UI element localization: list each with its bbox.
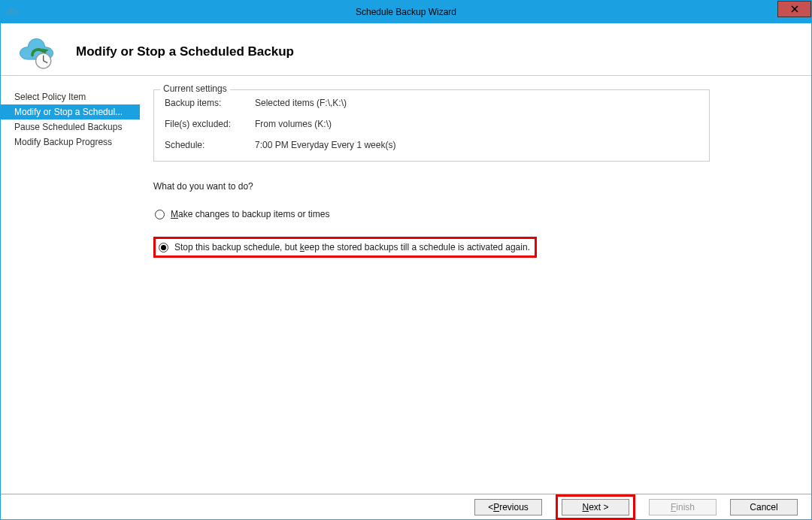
- settings-row-backup-items: Backup items: Selected items (F:\,K:\): [165, 98, 698, 108]
- settings-row-files-excluded: File(s) excluded: From volumes (K:\): [165, 119, 698, 129]
- settings-key: Backup items:: [165, 98, 255, 108]
- question-label: What do you want to do?: [153, 181, 789, 192]
- finish-button: Finish: [649, 499, 717, 515]
- previous-button-wrap: < Previous: [474, 499, 542, 515]
- header: Modify or Stop a Scheduled Backup: [1, 23, 811, 76]
- content: Current settings Backup items: Selected …: [140, 76, 811, 493]
- settings-key: Schedule:: [165, 140, 255, 150]
- cancel-button[interactable]: Cancel: [730, 499, 798, 515]
- finish-button-wrap: Finish: [649, 499, 717, 515]
- groupbox-title: Current settings: [160, 83, 230, 94]
- radio-icon: [159, 243, 168, 252]
- next-button[interactable]: Next >: [562, 499, 629, 515]
- titlebar-title: Schedule Backup Wizard: [1, 7, 811, 17]
- close-button[interactable]: [777, 1, 811, 17]
- current-settings-group: Current settings Backup items: Selected …: [153, 89, 710, 162]
- radio-label: Stop this backup schedule, but keep the …: [174, 242, 530, 252]
- nav-pause-scheduled[interactable]: Pause Scheduled Backups: [1, 119, 140, 135]
- titlebar: Schedule Backup Wizard: [1, 1, 811, 23]
- sidebar: Select Policy Item Modify or Stop a Sche…: [1, 76, 140, 493]
- settings-value: From volumes (K:\): [255, 119, 332, 129]
- nav-modify-or-stop[interactable]: Modify or Stop a Schedul...: [1, 104, 140, 119]
- radio-stop-keep[interactable]: Stop this backup schedule, but keep the …: [153, 237, 537, 258]
- footer: < Previous Next > Finish Cancel: [1, 494, 811, 519]
- settings-key: File(s) excluded:: [165, 119, 255, 129]
- radio-icon: [155, 210, 165, 219]
- radio-label: Make changes to backup items or times: [171, 209, 329, 219]
- settings-row-schedule: Schedule: 7:00 PM Everyday Every 1 week(…: [165, 140, 698, 150]
- radio-make-changes[interactable]: Make changes to backup items or times: [153, 207, 334, 222]
- app-icon: [5, 5, 20, 20]
- settings-value: 7:00 PM Everyday Every 1 week(s): [255, 140, 395, 150]
- previous-button[interactable]: < Previous: [474, 499, 542, 515]
- nav-modify-progress[interactable]: Modify Backup Progress: [1, 135, 140, 150]
- next-button-wrap: Next >: [556, 494, 635, 520]
- backup-cloud-icon: [16, 33, 57, 71]
- wizard-window: Schedule Backup Wizard Modify or Stop a …: [0, 0, 812, 520]
- cancel-button-wrap: Cancel: [730, 499, 798, 515]
- header-title: Modify or Stop a Scheduled Backup: [76, 44, 294, 59]
- nav-select-policy[interactable]: Select Policy Item: [1, 89, 140, 104]
- body: Select Policy Item Modify or Stop a Sche…: [1, 76, 811, 493]
- settings-value: Selected items (F:\,K:\): [255, 98, 347, 108]
